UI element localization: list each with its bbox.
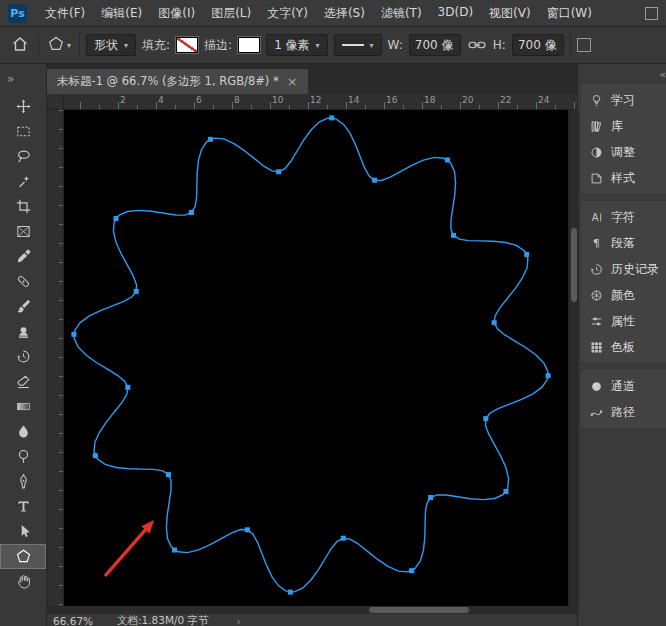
anchor-point[interactable] — [483, 416, 488, 421]
link-dimensions-icon[interactable] — [467, 35, 487, 55]
width-input[interactable]: 700 像 — [409, 34, 461, 56]
vertical-scrollbar[interactable] — [568, 110, 579, 606]
rectangular-marquee-tool-button[interactable] — [0, 119, 46, 144]
menu-item-10[interactable]: 窗口(W) — [539, 5, 600, 22]
ruler-tick — [498, 102, 499, 109]
status-chevron-icon[interactable]: › — [237, 615, 241, 626]
healing-brush-tool-button[interactable] — [0, 269, 46, 294]
hand-tool-button[interactable] — [0, 569, 46, 594]
anchor-point[interactable] — [276, 169, 281, 174]
photoshop-logo[interactable]: Ps — [8, 4, 27, 23]
crop-tool-button[interactable] — [0, 194, 46, 219]
path-options-icon[interactable] — [577, 38, 591, 52]
collapse-panels-icon[interactable]: « — [659, 68, 666, 81]
lasso-tool-button[interactable] — [0, 144, 46, 169]
anchor-point[interactable] — [372, 178, 377, 183]
menu-item-1[interactable]: 文件(F) — [37, 5, 93, 22]
panel-button-styles[interactable]: 样式 — [581, 165, 666, 191]
anchor-point[interactable] — [546, 373, 551, 378]
canvas-viewport[interactable] — [64, 110, 568, 606]
tool-preset-picker[interactable]: ▾ — [45, 33, 73, 58]
anchor-point[interactable] — [524, 252, 529, 257]
move-tool-button[interactable] — [0, 94, 46, 119]
menu-item-5[interactable]: 文字(Y) — [259, 5, 316, 22]
history-brush-tool-button[interactable] — [0, 344, 46, 369]
horizontal-scrollbar[interactable] — [47, 606, 577, 614]
anchor-point[interactable] — [125, 385, 130, 390]
panel-dock-header: « — [581, 64, 666, 84]
zoom-level-field[interactable]: 66.67% — [53, 615, 93, 626]
menu-item-3[interactable]: 图像(I) — [150, 5, 203, 22]
anchor-point[interactable] — [189, 210, 194, 215]
horizontal-ruler[interactable]: 2468101214161820222426 — [64, 94, 577, 110]
blur-tool-button[interactable] — [0, 419, 46, 444]
panel-button-learn[interactable]: 学习 — [581, 87, 666, 113]
anchor-point[interactable] — [492, 320, 497, 325]
stroke-type-select[interactable]: ▾ — [334, 34, 382, 56]
menu-item-2[interactable]: 编辑(E) — [93, 5, 150, 22]
anchor-point[interactable] — [134, 289, 139, 294]
anchor-point[interactable] — [341, 536, 346, 541]
home-button[interactable] — [8, 33, 32, 57]
panel-button-libraries[interactable]: 库 — [581, 113, 666, 139]
anchor-point[interactable] — [504, 489, 509, 494]
pen-tool-button[interactable] — [0, 469, 46, 494]
anchor-point[interactable] — [114, 216, 119, 221]
horizontal-scrollbar-thumb[interactable] — [369, 607, 469, 613]
ruler-corner[interactable] — [47, 94, 64, 110]
panel-button-properties[interactable]: 属性 — [581, 308, 666, 334]
document-info[interactable]: 文档:1.83M/0 字节 — [117, 614, 209, 626]
panel-button-channels[interactable]: 通道 — [581, 373, 666, 399]
brush-tool-button[interactable] — [0, 294, 46, 319]
vertical-scrollbar-thumb[interactable] — [571, 228, 577, 302]
anchor-point[interactable] — [245, 527, 250, 532]
stroke-width-select[interactable]: 1 像素 ▾ — [266, 34, 327, 56]
menu-item-8[interactable]: 3D(D) — [430, 5, 481, 22]
anchor-point[interactable] — [451, 233, 456, 238]
quick-selection-tool-button[interactable] — [0, 169, 46, 194]
path-selection-tool-button[interactable] — [0, 519, 46, 544]
window-control-icon[interactable] — [645, 7, 658, 20]
menu-item-7[interactable]: 滤镜(T) — [373, 5, 430, 22]
panel-button-adjustments[interactable]: 调整 — [581, 139, 666, 165]
anchor-points[interactable] — [71, 115, 550, 594]
stroke-swatch[interactable] — [238, 37, 260, 53]
gradient-tool-button[interactable] — [0, 394, 46, 419]
canvas[interactable] — [64, 110, 568, 606]
clone-stamp-tool-button[interactable] — [0, 319, 46, 344]
tool-mode-select[interactable]: 形状 ▾ — [86, 34, 136, 56]
anchor-point[interactable] — [445, 158, 450, 163]
anchor-point[interactable] — [288, 590, 293, 595]
close-tab-icon[interactable]: × — [287, 74, 298, 89]
anchor-point[interactable] — [93, 453, 98, 458]
eyedropper-tool-button[interactable] — [0, 244, 46, 269]
panel-button-paths[interactable]: 路径 — [581, 399, 666, 425]
anchor-point[interactable] — [208, 137, 213, 142]
frame-tool-button[interactable] — [0, 219, 46, 244]
panel-button-character[interactable]: A字符 — [581, 204, 666, 230]
panel-button-swatches[interactable]: 色板 — [581, 334, 666, 360]
menu-item-9[interactable]: 视图(V) — [481, 5, 539, 22]
anchor-point[interactable] — [329, 115, 334, 120]
anchor-point[interactable] — [71, 332, 76, 337]
healing-brush-icon — [15, 273, 32, 290]
anchor-point[interactable] — [166, 472, 171, 477]
menu-item-6[interactable]: 选择(S) — [316, 5, 373, 22]
menu-item-4[interactable]: 图层(L) — [203, 5, 259, 22]
anchor-point[interactable] — [172, 548, 177, 553]
dodge-tool-button[interactable] — [0, 444, 46, 469]
type-tool-button[interactable] — [0, 494, 46, 519]
document-tab[interactable]: 未标题-1 @ 66.7% (多边形 1, RGB/8#) * × — [47, 69, 308, 94]
vertical-ruler[interactable] — [47, 110, 64, 606]
panel-button-color[interactable]: 颜色 — [581, 282, 666, 308]
eraser-tool-button[interactable] — [0, 369, 46, 394]
polygon-shape-path[interactable] — [74, 118, 548, 592]
toolbar-expander[interactable]: » — [0, 64, 46, 94]
anchor-point[interactable] — [409, 568, 414, 573]
height-input[interactable]: 700 像 — [512, 34, 564, 56]
fill-swatch[interactable] — [176, 37, 198, 53]
polygon-shape-tool-button[interactable] — [0, 544, 46, 569]
panel-button-paragraph[interactable]: ¶段落 — [581, 230, 666, 256]
panel-button-history[interactable]: 历史记录 — [581, 256, 666, 282]
anchor-point[interactable] — [428, 495, 433, 500]
